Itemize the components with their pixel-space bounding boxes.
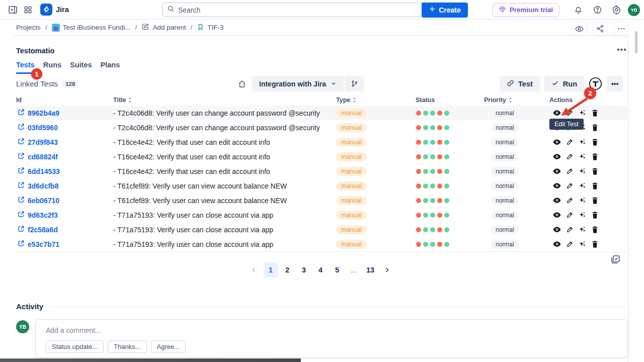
tab-plans[interactable]: Plans (101, 61, 120, 74)
table-row[interactable]: 3d6dcfb8 - T61cfef89: Verify user can vi… (16, 178, 629, 193)
share-icon[interactable] (593, 21, 608, 36)
edit-test-icon[interactable] (566, 182, 574, 190)
pagination-page-4[interactable]: 4 (314, 262, 328, 278)
edit-test-icon[interactable] (566, 211, 574, 219)
comment-input[interactable] (46, 326, 617, 334)
delete-test-icon[interactable] (591, 240, 599, 248)
panel-more-icon[interactable]: ••• (617, 45, 627, 54)
table-row[interactable]: 03fd5960 - T2c4c06d8: Verify user can ch… (16, 120, 629, 135)
test-id-link[interactable]: 6dd14533 (28, 167, 60, 175)
pagination-page-3[interactable]: 3 (297, 262, 311, 278)
comment-box[interactable]: Status update...Thanks...Agree... (35, 319, 628, 358)
ai-sparkles-icon[interactable] (578, 153, 586, 161)
column-header-priority[interactable]: Priority (484, 97, 549, 104)
notifications-bell-icon[interactable] (571, 3, 586, 18)
edit-test-icon[interactable] (566, 167, 574, 175)
breadcrumb-projects[interactable]: Projects (16, 24, 41, 31)
edit-test-icon[interactable] (566, 153, 574, 161)
test-id-link[interactable]: e53c7b71 (28, 240, 59, 248)
page-scrollbar[interactable] (635, 31, 637, 53)
delete-test-icon[interactable] (591, 138, 599, 146)
breadcrumb-project[interactable]: Test iBusiness Fundi... (52, 24, 131, 32)
ai-sparkles-icon[interactable] (578, 197, 586, 205)
view-test-icon[interactable] (553, 153, 561, 161)
edit-test-icon[interactable] (566, 109, 574, 117)
test-id-link[interactable]: 9d63c2f3 (28, 211, 58, 219)
run-button[interactable]: Run (544, 76, 584, 92)
edit-test-icon[interactable] (566, 197, 574, 205)
view-test-icon[interactable] (553, 197, 561, 205)
view-test-icon[interactable] (553, 182, 561, 190)
quick-reply-2[interactable]: Agree... (151, 340, 186, 353)
integration-selector[interactable]: Integration with Jira (252, 76, 344, 92)
table-row[interactable]: e53c7b71 - T71a75193: Verify user can cl… (16, 237, 629, 251)
delete-test-icon[interactable] (591, 182, 599, 190)
global-search[interactable] (162, 3, 449, 17)
create-button[interactable]: Create (422, 3, 468, 18)
add-parent-button[interactable]: Add parent (141, 23, 186, 32)
user-avatar[interactable]: YB (628, 4, 640, 16)
view-test-icon[interactable] (553, 226, 561, 234)
pagination-prev-icon[interactable] (248, 262, 261, 278)
view-test-icon[interactable] (553, 138, 561, 146)
jira-logo[interactable]: Jira (40, 4, 69, 16)
ai-sparkles-icon[interactable] (578, 240, 586, 248)
table-row[interactable]: 9d63c2f3 - T71a75193: Verify user can cl… (16, 208, 629, 222)
table-row[interactable]: 27d9f843 - T16ce4e42: Verify that user c… (16, 135, 629, 149)
edit-test-icon[interactable] (566, 138, 574, 146)
tab-runs[interactable]: Runs (43, 61, 61, 74)
pagination-next-icon[interactable] (380, 262, 394, 278)
quick-reply-1[interactable]: Thanks... (108, 340, 146, 353)
ai-sparkles-icon[interactable] (578, 109, 586, 117)
view-test-icon[interactable] (553, 211, 561, 219)
pagination-page-5[interactable]: 5 (331, 262, 344, 278)
test-id-link[interactable]: f2c58a6d (28, 226, 58, 234)
test-id-link[interactable]: 03fd5960 (28, 124, 58, 132)
view-test-icon[interactable] (553, 109, 561, 117)
delete-test-icon[interactable] (591, 167, 599, 175)
table-row[interactable]: 8962b4a9 - T2c4c06d8: Verify user can ch… (16, 106, 629, 120)
premium-trial-button[interactable]: Premium trial (492, 3, 559, 17)
link-test-button[interactable]: Test (500, 76, 540, 92)
delete-test-icon[interactable] (591, 153, 599, 161)
delete-test-icon[interactable] (591, 226, 599, 234)
home-icon[interactable] (234, 76, 250, 92)
ai-sparkles-icon[interactable] (578, 182, 586, 190)
ai-sparkles-icon[interactable] (578, 167, 586, 175)
tab-suites[interactable]: Suites (70, 61, 92, 74)
quick-reply-0[interactable]: Status update... (46, 340, 104, 353)
edit-test-icon[interactable] (566, 240, 574, 248)
watch-eye-icon[interactable] (572, 21, 587, 36)
pagination-page-1[interactable]: 1 (264, 262, 278, 278)
test-id-link[interactable]: 8962b4a9 (28, 109, 59, 117)
table-row[interactable]: 6eb06710 - T61cfef89: Verify user can vi… (16, 193, 629, 208)
pagination-page-13[interactable]: 13 (364, 262, 377, 278)
view-test-icon[interactable] (553, 240, 561, 248)
table-row[interactable]: cd68824f - T16ce4e42: Verify that user c… (16, 149, 629, 164)
sidebar-toggle-icon[interactable] (5, 2, 20, 17)
delete-test-icon[interactable] (591, 124, 599, 132)
test-id-link[interactable]: cd68824f (28, 153, 58, 161)
toolbar-more-icon[interactable]: ••• (607, 76, 623, 92)
test-id-link[interactable]: 3d6dcfb8 (28, 182, 58, 190)
help-icon[interactable] (590, 3, 605, 18)
more-actions-icon[interactable] (614, 21, 629, 36)
branch-icon[interactable] (345, 76, 364, 92)
delete-test-icon[interactable] (591, 211, 599, 219)
pagination-page-2[interactable]: 2 (281, 262, 294, 278)
table-row[interactable]: 6dd14533 - T16ce4e42: Verify that user c… (16, 164, 629, 178)
column-header-type[interactable]: Type (336, 97, 416, 104)
delete-test-icon[interactable] (591, 109, 599, 117)
delete-test-icon[interactable] (591, 197, 599, 205)
edit-test-icon[interactable] (566, 226, 574, 234)
table-row[interactable]: f2c58a6d - T71a75193: Verify user can cl… (16, 222, 629, 237)
ai-sparkles-icon[interactable] (578, 211, 586, 219)
app-switcher-icon[interactable] (20, 2, 35, 17)
column-header-title[interactable]: Title (113, 97, 336, 104)
ai-sparkles-icon[interactable] (578, 138, 586, 146)
test-id-link[interactable]: 6eb06710 (28, 197, 59, 205)
search-input[interactable] (178, 6, 444, 14)
breadcrumb-issue[interactable]: TIF-3 (197, 23, 223, 32)
settings-gear-icon[interactable] (609, 3, 624, 18)
view-test-icon[interactable] (553, 167, 561, 175)
